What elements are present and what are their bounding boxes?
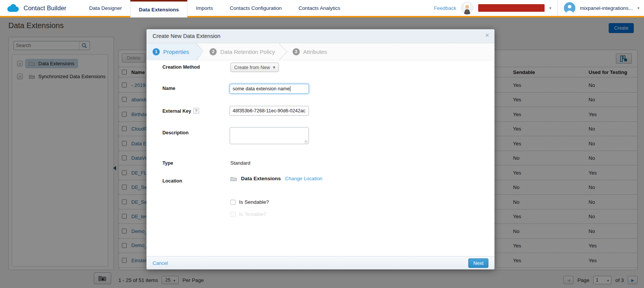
dropdown-arrow-icon: ▾ — [273, 65, 275, 70]
tab-imports[interactable]: Imports — [187, 0, 221, 16]
description-textarea[interactable] — [230, 127, 309, 144]
type-label: Type — [162, 161, 173, 166]
location-row: Data Extensions Change Location — [230, 176, 322, 181]
is-testable-row: Is Testable? — [230, 211, 266, 217]
nav-right-cluster: Feedback ▾ mixpanel-in — [434, 0, 644, 16]
description-label: Description — [162, 130, 189, 135]
textarea-resize-handle[interactable] — [305, 140, 308, 143]
is-testable-label: Is Testable? — [239, 211, 266, 217]
step-number: 3 — [293, 48, 300, 55]
modal-header: Create New Data Extension × — [146, 29, 494, 43]
nav-divider — [557, 0, 558, 16]
step-number: 2 — [209, 48, 217, 55]
is-sendable-checkbox[interactable] — [230, 200, 236, 205]
wizard-steps: 1 Properties 2 Data Retention Policy 3 A… — [146, 43, 494, 60]
external-key-input[interactable] — [230, 106, 309, 116]
redacted-account-badge — [478, 4, 545, 12]
close-icon[interactable]: × — [485, 32, 489, 39]
folder-icon — [230, 176, 237, 181]
is-sendable-label: Is Sendable? — [239, 199, 269, 205]
step-attributes[interactable]: 3 Attributes — [287, 43, 339, 60]
user-menu-chevron-icon[interactable]: ▾ — [637, 6, 639, 11]
location-value: Data Extensions — [241, 176, 281, 181]
name-label: Name — [162, 86, 175, 91]
einstein-avatar — [461, 2, 474, 14]
account-switch-chevron-icon[interactable]: ▾ — [549, 6, 551, 11]
modal-title: Create New Data Extension — [153, 33, 220, 39]
person-icon — [564, 2, 575, 14]
type-value: Standard — [230, 160, 250, 166]
help-icon[interactable]: ? — [193, 108, 199, 114]
creation-method-value: Create from New — [234, 65, 270, 70]
tab-contacts-analytics[interactable]: Contacts Analytics — [290, 0, 349, 16]
create-data-extension-modal: Create New Data Extension × 1 Properties… — [146, 29, 494, 269]
user-avatar — [564, 2, 575, 14]
external-key-value[interactable] — [233, 108, 306, 113]
cloud-logo-icon — [6, 3, 20, 13]
next-button[interactable]: Next — [468, 258, 488, 268]
is-testable-checkbox — [230, 212, 236, 217]
step-properties[interactable]: 1 Properties — [146, 43, 203, 60]
step-label: Data Retention Policy — [220, 49, 275, 55]
step-number: 1 — [153, 48, 160, 55]
app-title: Contact Builder — [24, 5, 66, 12]
modal-footer: Cancel Next — [146, 256, 494, 269]
app-root: Contact Builder Data Designer Data Exten… — [0, 0, 644, 288]
name-value: some data extension name — [233, 86, 290, 91]
step-data-retention-policy[interactable]: 2 Data Retention Policy — [203, 43, 286, 60]
top-navbar: Contact Builder Data Designer Data Exten… — [0, 0, 644, 17]
creation-method-dropdown[interactable]: Create from New ▾ — [230, 63, 279, 72]
brand: Contact Builder — [0, 0, 81, 16]
is-sendable-row: Is Sendable? — [230, 199, 269, 205]
feedback-link[interactable]: Feedback — [434, 5, 456, 11]
name-input[interactable]: some data extension name — [230, 84, 309, 94]
einstein-icon — [461, 2, 474, 14]
tab-data-designer[interactable]: Data Designer — [81, 0, 130, 16]
location-label: Location — [162, 178, 182, 184]
tab-data-extensions[interactable]: Data Extensions — [130, 0, 187, 17]
step-label: Attributes — [303, 49, 327, 55]
step-label: Properties — [163, 49, 189, 55]
modal-body: Creation Method Create from New ▾ Name s… — [146, 60, 494, 256]
external-key-label: External Key — [162, 109, 191, 114]
username-label[interactable]: mixpanel-integrations... — [580, 5, 633, 11]
text-caret — [290, 86, 290, 91]
change-location-link[interactable]: Change Location — [285, 176, 322, 181]
creation-method-label: Creation Method — [162, 65, 200, 70]
tab-contacts-configuration[interactable]: Contacts Configuration — [221, 0, 290, 16]
cancel-button[interactable]: Cancel — [153, 260, 168, 266]
